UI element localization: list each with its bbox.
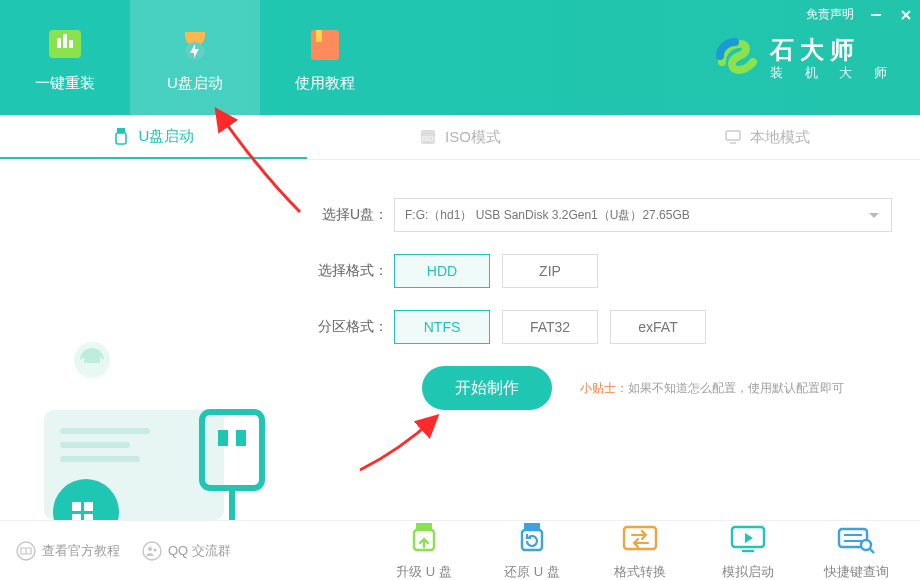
tip-text: 小贴士：如果不知道怎么配置，使用默认配置即可 [580, 380, 844, 397]
svg-rect-27 [218, 430, 228, 446]
svg-rect-18 [60, 428, 150, 434]
tool-label: 格式转换 [614, 563, 666, 581]
subtab-label: U盘启动 [138, 127, 194, 146]
tool-convert[interactable]: 格式转换 [592, 521, 688, 581]
svg-rect-38 [624, 527, 656, 549]
minimize-icon [870, 9, 882, 21]
svg-rect-20 [60, 456, 140, 462]
iso-icon: ISO [419, 128, 437, 146]
format-option-hdd[interactable]: HDD [394, 254, 490, 288]
tool-upgrade[interactable]: 升级 U 盘 [376, 521, 472, 581]
nav-label: 使用教程 [295, 74, 355, 93]
usb-icon [112, 127, 130, 145]
app-header: 免责声明 一键重装 U盘启动 使用教程 [0, 0, 920, 115]
nav-usbboot[interactable]: U盘启动 [130, 0, 260, 115]
monitor-icon [724, 128, 742, 146]
svg-rect-22 [72, 502, 81, 511]
convert-icon [620, 521, 660, 557]
nav-label: 一键重装 [35, 74, 95, 93]
svg-text:ISO: ISO [422, 135, 435, 142]
link-label: 查看官方教程 [42, 542, 120, 560]
brand-title: 石大师 [770, 36, 896, 65]
subtab-label: 本地模式 [750, 128, 810, 147]
official-tutorial-link[interactable]: 查看官方教程 [16, 541, 120, 561]
svg-rect-23 [84, 502, 93, 511]
bottom-bar: 查看官方教程 QQ 交流群 升级 U 盘 还原 U 盘 格式转换 模拟启动 快捷… [0, 520, 920, 580]
tool-restore[interactable]: 还原 U 盘 [484, 521, 580, 581]
tool-hotkey[interactable]: 快捷键查询 [808, 521, 904, 581]
svg-point-33 [153, 548, 156, 551]
usbboot-icon [173, 22, 217, 66]
nav-label: U盘启动 [167, 74, 223, 93]
brand: 石大师 装 机 大 师 [712, 34, 896, 82]
svg-rect-8 [311, 30, 339, 60]
subtab-local[interactable]: 本地模式 [613, 115, 920, 159]
main-nav: 一键重装 U盘启动 使用教程 [0, 0, 390, 115]
subtab-label: ISO模式 [445, 128, 501, 147]
subtab-bar: U盘启动 ISO ISO模式 本地模式 [0, 115, 920, 160]
subtab-usb[interactable]: U盘启动 [0, 115, 307, 159]
svg-rect-14 [726, 131, 740, 140]
svg-rect-11 [116, 133, 126, 144]
tool-label: 快捷键查询 [824, 563, 889, 581]
close-button[interactable] [898, 7, 914, 23]
tutorial-icon [303, 22, 347, 66]
restore-usb-icon [512, 521, 552, 557]
svg-rect-9 [316, 30, 322, 42]
tool-row: 升级 U 盘 还原 U 盘 格式转换 模拟启动 快捷键查询 [376, 521, 904, 581]
upgrade-usb-icon [404, 521, 444, 557]
main-area: 选择U盘： F:G:（hd1） USB SanDisk 3.2Gen1（U盘）2… [0, 160, 920, 520]
svg-rect-5 [63, 34, 67, 48]
start-create-button[interactable]: 开始制作 [422, 366, 552, 410]
partition-option-ntfs[interactable]: NTFS [394, 310, 490, 344]
nav-tutorial[interactable]: 使用教程 [260, 0, 390, 115]
partition-option-exfat[interactable]: exFAT [610, 310, 706, 344]
tool-label: 升级 U 盘 [396, 563, 452, 581]
book-icon [16, 541, 36, 561]
brand-logo-icon [712, 34, 760, 82]
disk-select[interactable]: F:G:（hd1） USB SanDisk 3.2Gen1（U盘）27.65GB [394, 198, 892, 232]
minimize-button[interactable] [868, 7, 884, 23]
svg-point-32 [148, 547, 152, 551]
format-option-zip[interactable]: ZIP [502, 254, 598, 288]
svg-rect-25 [84, 514, 93, 520]
people-icon [142, 541, 162, 561]
svg-rect-6 [69, 40, 73, 48]
svg-rect-24 [72, 514, 81, 520]
nav-reinstall[interactable]: 一键重装 [0, 0, 130, 115]
tip-label: 小贴士： [580, 381, 628, 395]
svg-rect-28 [236, 430, 246, 446]
subtab-iso[interactable]: ISO ISO模式 [307, 115, 614, 159]
disclaimer-link[interactable]: 免责声明 [806, 6, 854, 23]
partition-label: 分区格式： [318, 318, 394, 336]
svg-point-31 [143, 542, 161, 560]
close-icon [900, 9, 912, 21]
brand-subtitle: 装 机 大 师 [770, 65, 896, 81]
select-disk-label: 选择U盘： [318, 206, 394, 224]
svg-rect-4 [57, 38, 61, 48]
tool-label: 模拟启动 [722, 563, 774, 581]
disk-select-value: F:G:（hd1） USB SanDisk 3.2Gen1（U盘）27.65GB [405, 207, 690, 224]
tool-label: 还原 U 盘 [504, 563, 560, 581]
qq-group-link[interactable]: QQ 交流群 [142, 541, 231, 561]
config-form: 选择U盘： F:G:（hd1） USB SanDisk 3.2Gen1（U盘）2… [300, 160, 920, 520]
simulate-icon [728, 521, 768, 557]
tool-simulate[interactable]: 模拟启动 [700, 521, 796, 581]
svg-rect-19 [60, 442, 130, 448]
window-titlebar: 免责声明 [806, 6, 914, 23]
format-label: 选择格式： [318, 262, 394, 280]
reinstall-icon [43, 22, 87, 66]
svg-line-45 [870, 549, 874, 553]
partition-option-fat32[interactable]: FAT32 [502, 310, 598, 344]
keyboard-search-icon [836, 521, 876, 557]
illustration [0, 160, 300, 520]
link-label: QQ 交流群 [168, 542, 231, 560]
svg-point-44 [861, 540, 871, 550]
